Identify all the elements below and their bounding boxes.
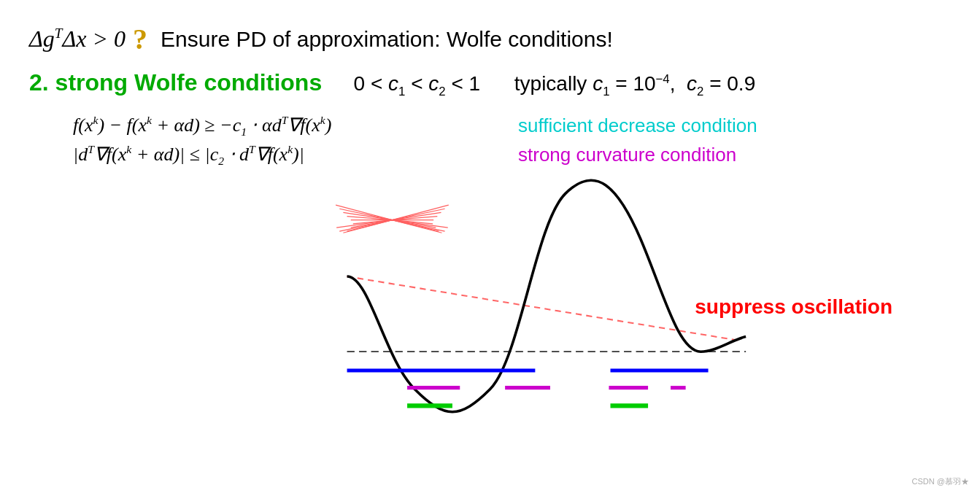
- suppress-oscillation-label: suppress oscillation: [695, 295, 892, 319]
- condition1-math: f(xk) − f(xk + αd) ≥ −c1 ⋅ αdT∇f(xk): [73, 114, 496, 139]
- condition2-label: strong curvature condition: [518, 144, 736, 166]
- graph-area: suppress oscillation: [29, 179, 951, 419]
- condition1-row: f(xk) − f(xk + αd) ≥ −c1 ⋅ αdT∇f(xk) suf…: [73, 114, 951, 139]
- svg-line-1: [339, 209, 392, 220]
- svg-line-12: [392, 209, 444, 220]
- condition2-math: |dT∇f(xk + αd)| ≤ |c2 ⋅ dT∇f(xk)|: [73, 143, 496, 168]
- constraints-text: 0 < c1 < c2 < 1 typically c1 = 10−4, c2 …: [336, 72, 755, 99]
- condition1-label: sufficient decrease condition: [518, 114, 757, 137]
- header-line: ΔgTΔx > 0 ? Ensure PD of approximation: …: [29, 22, 951, 56]
- section-title: 2. strong Wolfe conditions: [29, 69, 322, 96]
- condition2-row: |dT∇f(xk + αd)| ≤ |c2 ⋅ dT∇f(xk)| strong…: [73, 143, 951, 168]
- conditions-block: f(xk) − f(xk + αd) ≥ −c1 ⋅ αdT∇f(xk) suf…: [73, 114, 951, 168]
- slide-container: ΔgTΔx > 0 ? Ensure PD of approximation: …: [0, 0, 980, 493]
- watermark: CSDN @慕羽★: [912, 476, 969, 487]
- question-mark-icon: ?: [133, 22, 147, 56]
- header-description: Ensure PD of approximation: Wolfe condit…: [161, 27, 613, 52]
- header-math-expr: ΔgTΔx > 0: [29, 26, 126, 53]
- section-heading: 2. strong Wolfe conditions 0 < c1 < c2 <…: [29, 69, 951, 99]
